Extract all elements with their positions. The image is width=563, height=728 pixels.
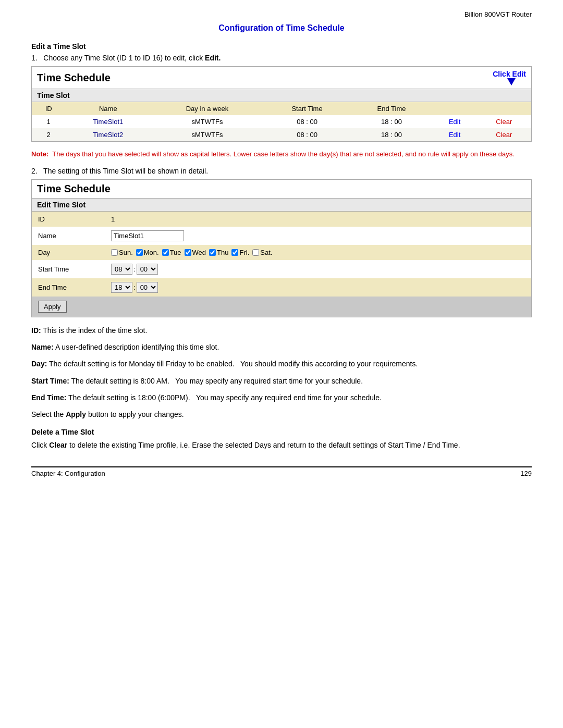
footer-left: Chapter 4: Configuration <box>31 470 105 477</box>
cell-end: 18 : 00 <box>350 115 432 128</box>
col-edit <box>433 102 477 115</box>
apply-row: Apply <box>32 297 531 317</box>
edit-endtime-label: End Time <box>32 278 105 297</box>
end-hour-select[interactable]: 18 <box>111 282 132 293</box>
checkbox-tue[interactable] <box>162 249 169 256</box>
end-min-select[interactable]: 00 <box>137 282 158 293</box>
footer-right: 129 <box>520 470 532 477</box>
col-id: ID <box>32 102 65 115</box>
day-mon: Mon. <box>136 249 159 256</box>
cell-start: 08 : 00 <box>264 128 351 141</box>
start-time-group: 08 : 00 <box>111 264 525 275</box>
edit-link[interactable]: Edit <box>449 118 460 126</box>
cell-edit[interactable]: Edit <box>433 128 477 141</box>
day-wed: Wed <box>185 249 206 256</box>
cell-clear[interactable]: Clear <box>477 115 531 128</box>
checkbox-sun[interactable] <box>111 249 118 256</box>
cell-start: 08 : 00 <box>264 115 351 128</box>
day-tue: Tue <box>162 249 181 256</box>
table-row: 2 TimeSlot2 sMTWTFs 08 : 00 18 : 00 Edit… <box>32 128 531 141</box>
edit-name-label: Name <box>32 227 105 245</box>
end-time-group: 18 : 00 <box>111 282 525 293</box>
desc-day: Day: The default setting is for Monday t… <box>31 358 532 369</box>
start-min-select[interactable]: 00 <box>137 264 158 275</box>
cell-edit[interactable]: Edit <box>433 115 477 128</box>
ts-subheader-1: Time Slot <box>32 89 531 102</box>
clear-link[interactable]: Clear <box>496 131 512 139</box>
delete-desc: Click Clear to delete the existing Time … <box>31 439 532 451</box>
day-fri: Fri. <box>231 249 249 256</box>
cell-day: sMTWTFs <box>151 115 263 128</box>
edit-timeslot-table: ID 1 Name Day Sun. Mon <box>32 212 531 297</box>
edit-id-value: 1 <box>105 212 531 227</box>
note-text: The days that you have selected will sho… <box>52 150 515 158</box>
clear-link[interactable]: Clear <box>496 118 512 126</box>
day-sun: Sun. <box>111 249 133 256</box>
cell-id: 1 <box>32 115 65 128</box>
desc-apply: Select the Apply button to apply your ch… <box>31 409 532 420</box>
ts-title-1: Time Schedule <box>37 72 111 84</box>
cell-id: 2 <box>32 128 65 141</box>
click-edit-label: Click Edit <box>493 70 526 78</box>
click-edit-arrow <box>507 78 516 85</box>
desc-id: ID: This is the index of the time slot. <box>31 325 532 336</box>
timeslot-table: ID Name Day in a week Start Time End Tim… <box>32 102 531 141</box>
edit-day-label: Day <box>32 245 105 260</box>
cell-end: 18 : 00 <box>350 128 432 141</box>
cell-name: TimeSlot1 <box>65 115 151 128</box>
page-title: Configuration of Time Schedule <box>31 23 532 33</box>
desc-name: Name: A user-defined description identif… <box>31 341 532 353</box>
apply-button[interactable]: Apply <box>38 301 67 313</box>
day-thu: Thu <box>209 249 228 256</box>
col-day: Day in a week <box>151 102 263 115</box>
edit-id-label: ID <box>32 212 105 227</box>
desc-starttime: Start Time: The default setting is 8:00 … <box>31 375 532 387</box>
cell-clear[interactable]: Clear <box>477 128 531 141</box>
edit-ts-subheader: Edit Time Slot <box>32 199 531 212</box>
cell-name: TimeSlot2 <box>65 128 151 141</box>
col-end: End Time <box>350 102 432 115</box>
step2-text: 2. The setting of this Time Slot will be… <box>31 167 532 175</box>
click-edit-indicator: Click Edit <box>493 70 526 85</box>
ts-title-2: Time Schedule <box>37 183 111 195</box>
col-clear <box>477 102 531 115</box>
col-start: Start Time <box>264 102 351 115</box>
start-hour-select[interactable]: 08 <box>111 264 132 275</box>
delete-timeslot-heading: Delete a Time Slot <box>31 428 532 436</box>
day-checkboxes: Sun. Mon. Tue Wed <box>111 249 525 256</box>
checkbox-mon[interactable] <box>136 249 143 256</box>
note-box: Note: The days that you have selected wi… <box>31 149 532 159</box>
edit-time-schedule-container: Time Schedule Edit Time Slot ID 1 Name D… <box>31 179 532 317</box>
day-sat: Sat. <box>252 249 272 256</box>
col-name: Name <box>65 102 151 115</box>
cell-day: sMTWTFs <box>151 128 263 141</box>
checkbox-fri[interactable] <box>231 249 238 256</box>
edit-timeslot-heading: Edit a Time Slot <box>31 42 532 51</box>
checkbox-wed[interactable] <box>185 249 191 256</box>
checkbox-thu[interactable] <box>209 249 216 256</box>
step1-text: 1. Choose any Time Slot (ID 1 to ID 16) … <box>31 54 532 62</box>
table-row: 1 TimeSlot1 sMTWTFs 08 : 00 18 : 00 Edit… <box>32 115 531 128</box>
desc-endtime: End Time: The default setting is 18:00 (… <box>31 392 532 403</box>
checkbox-sat[interactable] <box>252 249 259 256</box>
name-input[interactable] <box>111 230 184 241</box>
edit-starttime-label: Start Time <box>32 260 105 278</box>
brand-label: Billion 800VGT Router <box>31 10 532 18</box>
edit-link[interactable]: Edit <box>449 131 460 139</box>
time-schedule-table-1: Time Schedule Click Edit Time Slot ID Na… <box>31 66 532 142</box>
page-footer: Chapter 4: Configuration 129 <box>31 466 532 477</box>
note-label: Note: <box>31 150 48 158</box>
